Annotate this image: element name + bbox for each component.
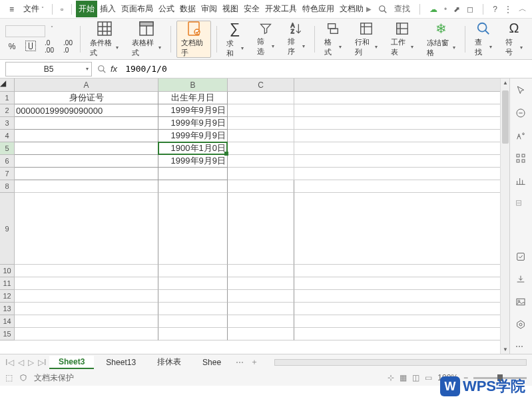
cell[interactable]: 出生年月日 <box>158 92 228 104</box>
cell[interactable] <box>294 180 509 193</box>
fx-icon[interactable]: fx <box>111 64 117 74</box>
fx-cancel-icon[interactable] <box>97 65 107 74</box>
sheet-last-icon[interactable]: ▷Ⅰ <box>38 358 47 367</box>
freeze-group[interactable]: ❄ 冻结窗格▾ <box>423 21 460 58</box>
increase-decimal-icon[interactable]: .00.0 <box>61 40 75 53</box>
share-icon[interactable]: ⬈ <box>453 5 460 14</box>
cell[interactable] <box>228 303 294 315</box>
row-header[interactable]: 5 <box>0 142 15 155</box>
cell[interactable] <box>228 315 294 328</box>
sheet-tab[interactable]: Sheet13 <box>97 356 145 368</box>
more-panel-icon[interactable]: ⊟ <box>515 198 527 210</box>
collapse-icon[interactable]: ︿ <box>519 3 527 15</box>
sheet-next-icon[interactable]: ▷ <box>28 358 34 367</box>
cell[interactable] <box>15 130 158 142</box>
cell[interactable] <box>15 265 158 277</box>
cell[interactable] <box>228 104 294 117</box>
sheet-prev-icon[interactable]: ◁ <box>18 358 24 367</box>
col-header-A[interactable]: A <box>15 78 158 92</box>
row-header[interactable]: 12 <box>0 290 15 303</box>
cell[interactable] <box>294 104 509 117</box>
col-header-C[interactable]: C <box>228 78 294 92</box>
row-header[interactable]: 7 <box>0 168 15 180</box>
cell[interactable]: 1999年9月9日 <box>158 155 228 168</box>
search-icon[interactable] <box>378 5 388 14</box>
settings-icon[interactable] <box>515 319 527 331</box>
focus-cell-icon[interactable]: ⊹ <box>388 373 394 382</box>
row-header[interactable]: 1 <box>0 92 15 104</box>
cell[interactable]: 1999年9月9日 <box>158 104 228 117</box>
row-header[interactable]: 2 <box>0 104 15 117</box>
sheet-first-icon[interactable]: Ⅰ◁ <box>5 358 14 367</box>
select-all-corner[interactable]: ◢ <box>0 78 15 92</box>
sheet-add-icon[interactable]: ＋ <box>250 356 258 368</box>
tab-security[interactable]: 安全 <box>241 1 262 17</box>
cell[interactable] <box>15 277 158 290</box>
tab-view[interactable]: 视图 <box>220 1 241 17</box>
filter-group[interactable]: 筛选▾ <box>253 21 278 58</box>
sheet-tab[interactable]: 排休表 <box>148 355 190 369</box>
tab-scroll-right-icon[interactable]: ▶ <box>366 5 372 13</box>
properties-icon[interactable] <box>515 108 527 120</box>
formula-input[interactable] <box>123 62 527 76</box>
cell[interactable] <box>228 180 294 193</box>
cell[interactable] <box>294 193 509 265</box>
file-menu[interactable]: 文件 ˅ <box>19 2 48 16</box>
row-header[interactable]: 10 <box>0 265 15 277</box>
view-page-icon[interactable]: ◫ <box>412 373 419 382</box>
cell[interactable] <box>158 315 228 328</box>
row-header[interactable]: 8 <box>0 180 15 193</box>
tab-doc-assist[interactable]: 文档助 <box>337 1 366 17</box>
cell[interactable] <box>228 168 294 180</box>
name-box[interactable]: B5 ▾ <box>5 62 92 76</box>
save-icon[interactable]: ▫ <box>57 3 67 15</box>
decrease-decimal-icon[interactable]: .0.00 <box>43 40 56 53</box>
find-group[interactable]: 查找▾ <box>471 21 496 58</box>
cell[interactable] <box>15 180 158 193</box>
cell[interactable] <box>228 130 294 142</box>
cell[interactable] <box>294 328 509 340</box>
cell[interactable] <box>228 92 294 104</box>
sheet-tab[interactable]: Shee <box>193 356 230 368</box>
cell[interactable] <box>294 155 509 168</box>
window-icon[interactable]: ◻ <box>467 5 473 14</box>
cell[interactable] <box>294 290 509 303</box>
format-group[interactable]: 格式▾ <box>320 21 346 58</box>
export-icon[interactable] <box>515 274 527 286</box>
worksheet-group[interactable]: 工作表▾ <box>387 21 417 58</box>
cell[interactable] <box>294 117 509 130</box>
cell[interactable] <box>228 142 294 155</box>
tab-formula[interactable]: 公式 <box>156 1 177 17</box>
font-color-dropdown[interactable] <box>5 25 45 37</box>
tab-data[interactable]: 数据 <box>177 1 198 17</box>
row-header[interactable]: 6 <box>0 155 15 168</box>
cell-selected[interactable]: 1900年1月0日 <box>158 142 228 155</box>
cell[interactable] <box>158 303 228 315</box>
doc-assist-group[interactable]: 文档助手 <box>176 21 211 58</box>
tab-start[interactable]: 开始 <box>76 1 97 17</box>
chart-icon[interactable] <box>515 176 527 188</box>
row-header[interactable]: 15 <box>0 328 15 340</box>
cell[interactable] <box>228 117 294 130</box>
tab-review[interactable]: 审阅 <box>198 1 220 17</box>
sort-group[interactable]: AZ 排序▾ <box>284 21 309 58</box>
cell[interactable] <box>228 193 294 265</box>
sheet-more-icon[interactable]: ⋯ <box>236 358 244 367</box>
cell[interactable] <box>294 130 509 142</box>
cell[interactable]: 身份证号 <box>15 92 158 104</box>
scrollbar-thumb[interactable] <box>502 90 509 144</box>
cell[interactable] <box>228 290 294 303</box>
row-header[interactable]: 3 <box>0 117 15 130</box>
cell[interactable] <box>15 290 158 303</box>
vertical-scrollbar[interactable]: ▲ ▼ <box>500 78 509 354</box>
cell[interactable] <box>294 303 509 315</box>
cell[interactable] <box>15 193 158 265</box>
help-icon[interactable]: ? <box>493 5 497 14</box>
cell[interactable]: 1999年9月9日 <box>158 130 228 142</box>
cell[interactable] <box>228 277 294 290</box>
cell[interactable] <box>158 290 228 303</box>
col-header-B[interactable]: B <box>158 78 228 92</box>
tab-special[interactable]: 特色应用 <box>300 1 337 17</box>
backup-icon[interactable] <box>515 251 527 263</box>
rowcol-group[interactable]: 行和列▾ <box>351 21 382 58</box>
